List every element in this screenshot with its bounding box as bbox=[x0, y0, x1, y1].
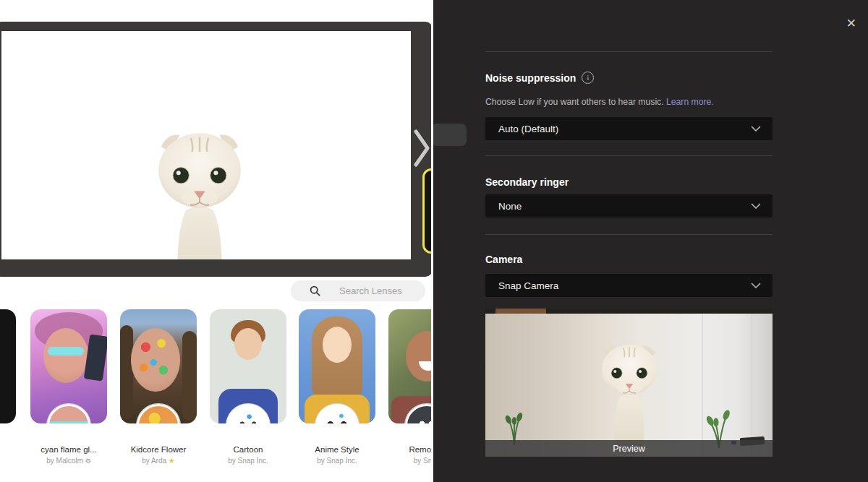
cat-filter-image bbox=[137, 111, 262, 259]
wall-seam bbox=[752, 314, 752, 457]
window-seam bbox=[431, 0, 433, 482]
noise-suppression-dropdown[interactable]: Auto (Default) bbox=[485, 117, 773, 140]
chevron-down-icon bbox=[751, 283, 761, 288]
chevron-right-icon bbox=[414, 129, 430, 168]
secondary-ringer-heading: Secondary ringer bbox=[485, 176, 569, 188]
camera-preview-frame bbox=[0, 22, 433, 277]
cat-filter-image-small bbox=[587, 330, 671, 451]
preview-ceiling-beam bbox=[495, 309, 546, 314]
lens-card-partial[interactable] bbox=[0, 309, 16, 423]
lens-art bbox=[43, 328, 88, 383]
section-divider bbox=[485, 51, 773, 52]
learn-more-link[interactable]: Learn more. bbox=[666, 97, 714, 107]
lens-art bbox=[323, 327, 352, 363]
lens-badge bbox=[47, 404, 90, 423]
close-icon[interactable]: ✕ bbox=[846, 17, 856, 30]
camera-preview-image: Preview bbox=[485, 309, 773, 457]
noise-suppression-heading: Noise suppression i bbox=[485, 72, 594, 84]
wall-seam bbox=[702, 314, 703, 457]
section-divider bbox=[485, 155, 773, 156]
camera-dropdown[interactable]: Snap Camera bbox=[485, 274, 773, 297]
search-lenses-input[interactable]: Search Lenses bbox=[291, 280, 425, 301]
lens-art bbox=[182, 331, 197, 421]
preview-label: Preview bbox=[613, 444, 644, 454]
chevron-down-icon bbox=[751, 203, 761, 209]
lens-art bbox=[48, 347, 84, 356]
snap-camera-window: Search Lenses bbox=[0, 0, 434, 482]
search-placeholder: Search Lenses bbox=[339, 285, 402, 296]
camera-heading: Camera bbox=[485, 254, 522, 265]
lens-art bbox=[120, 325, 133, 419]
lens-card-anime-style[interactable] bbox=[299, 309, 375, 423]
info-icon[interactable]: i bbox=[582, 72, 594, 84]
secondary-ringer-dropdown[interactable]: None bbox=[485, 194, 773, 218]
lens-art bbox=[131, 328, 180, 392]
chevron-down-icon bbox=[751, 126, 761, 132]
teams-device-settings-panel: ✕ Noise suppression i Choose Low if you … bbox=[433, 0, 868, 482]
creator-badge-icon: ⚙ bbox=[85, 457, 91, 465]
lens-card-cyan-flame[interactable] bbox=[30, 309, 107, 423]
panel-drag-handle[interactable] bbox=[432, 124, 467, 146]
camera-preview-viewport bbox=[1, 31, 411, 259]
screen: Search Lenses bbox=[0, 0, 868, 482]
lens-art bbox=[234, 328, 262, 360]
lens-badge bbox=[137, 404, 180, 423]
section-divider bbox=[485, 234, 773, 235]
star-icon: ★ bbox=[169, 457, 175, 465]
noise-suppression-description: Choose Low if you want others to hear mu… bbox=[485, 97, 714, 107]
lens-card-kidcore-flower[interactable] bbox=[120, 309, 197, 423]
lens-card-cartoon[interactable] bbox=[210, 309, 286, 423]
search-icon bbox=[310, 285, 320, 296]
preview-label-band: Preview bbox=[485, 440, 773, 457]
